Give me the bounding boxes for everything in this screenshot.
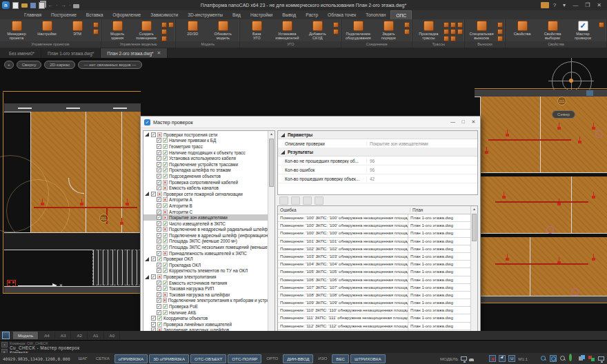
ucs-toggle-icon[interactable]: U	[508, 355, 515, 362]
check-item[interactable]: ✓✓Прокладка шлейфа по этажам	[143, 168, 268, 174]
check-item[interactable]: ✓✓Наличие привязки к БД	[143, 138, 268, 144]
ribbon-small-icon[interactable]	[450, 29, 456, 34]
check-enabled-checkbox[interactable]: ✓	[151, 316, 156, 321]
error-row[interactable]: Помещение: '110' ЗКПС: '110' обнаружена …	[278, 307, 470, 314]
check-enabled-checkbox[interactable]: ✓	[157, 245, 161, 250]
check-enabled-checkbox[interactable]: ✓	[157, 263, 161, 267]
tree-expander-icon[interactable]	[145, 132, 149, 136]
tree-expander-icon[interactable]	[145, 257, 149, 261]
error-row[interactable]: Помещение: '100' ЗКПС: '100' обнаружена …	[278, 214, 470, 222]
ribbon-small-icon[interactable]	[161, 36, 167, 41]
check-enabled-checkbox[interactable]: ✓	[157, 162, 161, 167]
zoom-extents-icon[interactable]	[559, 355, 566, 362]
check-enabled-checkbox[interactable]: ✓	[157, 150, 161, 155]
check-item[interactable]: ✓✓Число извещателей в ЗКПС	[143, 221, 268, 227]
toolbar-icon-4[interactable]	[315, 196, 324, 205]
ribbon-tab-item[interactable]: 3D-инструменты	[183, 10, 228, 19]
check-enabled-checkbox[interactable]: ✓	[157, 251, 161, 256]
user-icon[interactable]	[470, 355, 477, 362]
toolbar-icon-2[interactable]	[291, 196, 300, 205]
check-enabled-checkbox[interactable]: ✓	[157, 281, 161, 285]
layout-tab-paper[interactable]: А3	[56, 332, 72, 339]
ribbon-small-icon[interactable]	[333, 22, 339, 28]
tree-expander-icon[interactable]	[145, 275, 149, 279]
check-item[interactable]: ✓✓Прокладка ОКЛ	[143, 262, 268, 268]
check-enabled-checkbox[interactable]: ✓	[157, 203, 161, 208]
help-button[interactable]: ?	[550, 1, 559, 10]
ribbon-button[interactable]: Прокладка трассы	[415, 21, 442, 40]
toolbar-icon-3[interactable]	[303, 196, 312, 205]
error-row[interactable]: Помещение: '109' ЗКПС: '109' обнаружена …	[278, 299, 470, 307]
property-row[interactable]: Кол-во не прошедших проверку об...96	[278, 156, 477, 165]
floor-plan-right[interactable]: 211 Север	[475, 58, 607, 320]
ribbon-tab-item[interactable]: Облака точек	[323, 10, 361, 19]
error-row[interactable]: Помещение: '108' ЗКПС: '108' обнаружена …	[278, 292, 470, 299]
save-icon[interactable]	[30, 3, 36, 8]
check-enabled-checkbox[interactable]: ✓	[157, 215, 161, 220]
layout-tab-paper[interactable]: А0	[105, 332, 121, 339]
check-enabled-checkbox[interactable]: ✓	[157, 310, 161, 315]
view-direction-pill[interactable]: Сверху	[17, 61, 42, 69]
check-item[interactable]: ✓✓Подключение устройств трассами	[143, 161, 268, 168]
ribbon-small-icon[interactable]	[93, 22, 99, 28]
ribbon-tab-item[interactable]: Оформление	[108, 10, 146, 19]
ribbon-button[interactable]: Установка извещателей	[272, 21, 301, 40]
record-icon[interactable]	[489, 355, 496, 362]
ribbon-small-icon[interactable]	[93, 29, 99, 34]
screen-icon[interactable]	[598, 356, 604, 361]
check-item[interactable]: ✓✓Подключение в адресный шлейф (информац…	[143, 232, 268, 239]
check-item[interactable]: ✓✓Площадь ЗКПС (меньше 2000 м²)	[143, 239, 268, 245]
ribbon-tab-item[interactable]: Настройки	[246, 10, 277, 19]
check-item[interactable]: ✓✓Алгоритм B	[143, 203, 268, 209]
check-enabled-checkbox[interactable]: ✓	[157, 286, 161, 291]
ribbon-button[interactable]: ЭТМ	[63, 21, 92, 36]
layers-overlap-icon[interactable]	[579, 355, 586, 362]
print-icon[interactable]	[73, 4, 79, 8]
check-enabled-checkbox[interactable]: ✓	[157, 233, 161, 238]
dialog-close-button[interactable]: ✕	[468, 117, 479, 127]
section-header[interactable]: Параметры	[278, 131, 477, 139]
check-item[interactable]: ✓×Подключение электропитания к приборам …	[143, 298, 268, 304]
close-button[interactable]: ✕	[594, 1, 604, 10]
layout-tab-model[interactable]: Модель	[13, 332, 39, 339]
maximize-button[interactable]: ❐	[582, 1, 593, 10]
check-item[interactable]: ✓✓Наличие подходящих к объекту трасс	[143, 150, 268, 156]
help-dropdown-icon[interactable]: ▾	[560, 1, 568, 10]
workspace-icon[interactable]	[541, 2, 549, 8]
check-enabled-checkbox[interactable]: ✓	[157, 156, 161, 161]
check-item[interactable]: ✓×Проверки электропитания	[143, 274, 268, 280]
check-enabled-checkbox[interactable]: ✓	[157, 180, 161, 185]
check-item[interactable]: ✓×Алгоритм A	[143, 197, 268, 203]
section-collapse-icon[interactable]	[281, 150, 285, 154]
check-enabled-checkbox[interactable]: ✓	[151, 192, 156, 196]
check-item[interactable]: ✓✓Проверка линейных извещателей	[143, 321, 268, 327]
undo-dropdown-icon[interactable]: ·	[56, 2, 58, 8]
ribbon-small-icon[interactable]	[161, 29, 167, 34]
error-row[interactable]: Помещение: '102' ЗКПС: '102' обнаружена …	[278, 245, 470, 253]
error-row[interactable]: Помещение: '111' ЗКПС: '111' обнаружена …	[278, 314, 470, 322]
ribbon-button[interactable]: 2D/3D	[178, 21, 207, 36]
check-item[interactable]: ✓×Подключение в неадресный радиальный шл…	[143, 227, 268, 233]
check-item[interactable]: ✓×Покрытие зон извещателями	[143, 214, 268, 221]
ribbon-button[interactable]: Подключение оборудования	[344, 21, 372, 40]
check-enabled-checkbox[interactable]: ✓	[157, 304, 161, 309]
document-tab[interactable]: План 2-ого этажа.dwg*✕	[101, 48, 168, 58]
ribbon-button[interactable]: Модель здания	[103, 21, 131, 40]
check-enabled-checkbox[interactable]: ✓	[157, 298, 161, 303]
ribbon-tab-item[interactable]: Вид	[228, 10, 246, 19]
status-toggle[interactable]: ДИН-ВВОД	[283, 354, 313, 363]
check-item[interactable]: ✓×Алгоритм C	[143, 209, 268, 215]
nanocad-logo-icon[interactable]: n	[2, 1, 10, 9]
tree-expander-icon[interactable]	[145, 192, 149, 196]
ribbon-small-icon[interactable]	[457, 29, 463, 34]
ribbon-button[interactable]: Задать порядок	[374, 21, 403, 40]
bulb-icon[interactable]	[479, 355, 486, 362]
viewport-icon[interactable]	[461, 356, 467, 361]
check-enabled-checkbox[interactable]: ✓	[151, 256, 156, 261]
check-item[interactable]: ✓✓Емкость источников питания	[143, 280, 268, 286]
check-item[interactable]: ✓×Проверка сопротивлений кабелей	[143, 179, 268, 185]
annotation-scale[interactable]: М1:1	[518, 356, 528, 361]
check-item[interactable]: ✓×Токовая нагрузка на шлейфах	[143, 292, 268, 298]
orbit-icon[interactable]	[569, 355, 576, 362]
error-row[interactable]: Помещение: '112' ЗКПС: '112' обнаружена …	[278, 323, 470, 330]
